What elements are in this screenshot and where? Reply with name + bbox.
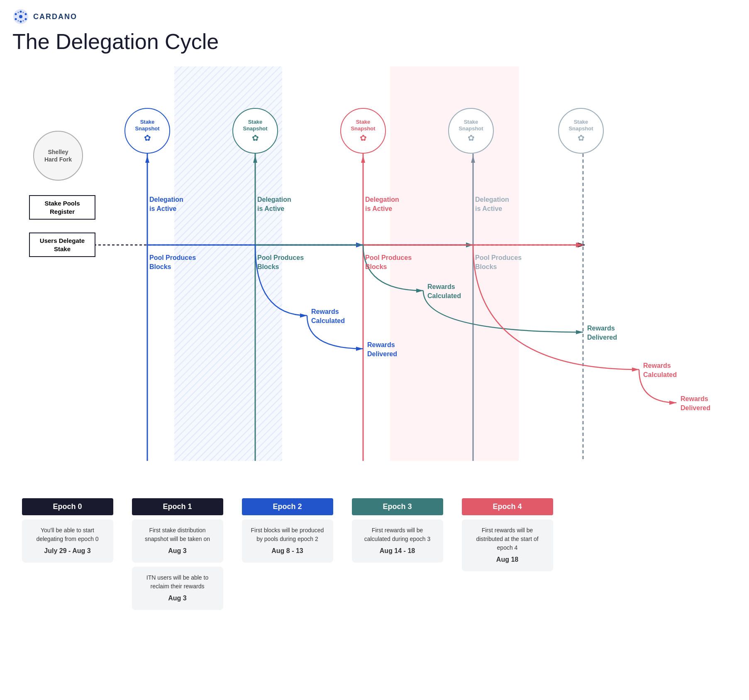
rewards-del-red: RewardsDelivered (681, 394, 710, 413)
svg-marker-19 (253, 156, 257, 163)
epoch4-card: First rewards will be distributed at the… (462, 519, 553, 571)
epoch1-extra-date: Aug 3 (139, 593, 217, 603)
svg-point-1 (19, 15, 22, 18)
svg-marker-36 (576, 330, 583, 334)
svg-marker-35 (416, 289, 423, 293)
epoch3-tag: Epoch 3 (352, 498, 443, 515)
epoch3-date: Aug 14 - 18 (359, 546, 437, 556)
pool-produces-red: Pool ProducesBlocks (365, 253, 412, 272)
svg-point-4 (15, 13, 17, 15)
svg-marker-17 (145, 156, 149, 163)
svg-point-11 (22, 20, 24, 22)
rewards-calc-teal: RewardsCalculated (427, 282, 461, 301)
snapshot1-node: StakeSnapshot ✿ (124, 108, 170, 154)
epoch-section: Epoch 0 You'll be able to start delegati… (12, 498, 734, 610)
epoch2-desc: First blocks will be produced by pools d… (251, 527, 324, 542)
epoch1-date: Aug 3 (139, 546, 217, 556)
rewards-calc-blue: RewardsCalculated (311, 307, 345, 326)
epoch4-tag: Epoch 4 (462, 498, 553, 515)
header: CARDANO The Delegation Cycle (12, 8, 737, 54)
svg-marker-23 (471, 156, 475, 163)
epoch1-tag: Epoch 1 (132, 498, 223, 515)
delegation-active-teal: Delegationis Active (257, 195, 291, 214)
epoch0-tag: Epoch 0 (22, 498, 113, 515)
svg-point-5 (25, 13, 27, 15)
svg-marker-21 (361, 156, 365, 163)
svg-point-2 (20, 11, 22, 13)
epoch4-desc: First rewards will be distributed at the… (476, 527, 538, 551)
snapshot4-node: StakeSnapshot ✿ (448, 108, 494, 154)
svg-point-6 (15, 18, 17, 20)
main-diagram: ShelleyHard Fork StakeSnapshot ✿ StakeSn… (12, 66, 734, 490)
delegation-active-gray: Delegationis Active (475, 195, 509, 214)
delegation-active-blue: Delegationis Active (149, 195, 183, 214)
epoch2-card: First blocks will be produced by pools d… (242, 519, 333, 563)
svg-marker-33 (300, 313, 307, 318)
logo-text: CARDANO (33, 12, 77, 21)
snapshot3-node: StakeSnapshot ✿ (340, 108, 386, 154)
epoch0-col: Epoch 0 You'll be able to start delegati… (12, 498, 122, 610)
epoch0-date: July 29 - Aug 3 (29, 546, 107, 556)
svg-point-3 (20, 21, 22, 23)
rewards-del-blue: RewardsDelivered (367, 340, 397, 359)
epoch1-desc: First stake distribution snapshot will b… (145, 527, 210, 542)
epoch0-desc: You'll be able to start delegating from … (36, 527, 98, 542)
shelley-node: ShelleyHard Fork (33, 131, 83, 181)
users-delegate-box: Users DelegateStake (29, 233, 95, 257)
svg-point-8 (17, 12, 19, 13)
epoch2-date: Aug 8 - 13 (249, 546, 327, 556)
epoch1-extra: ITN users will be able to reclaim their … (146, 574, 208, 590)
svg-point-9 (22, 12, 24, 13)
epoch1-col: Epoch 1 First stake distribution snapsho… (122, 498, 232, 610)
svg-point-10 (17, 20, 19, 22)
delegation-active-red: Delegationis Active (365, 195, 399, 214)
snapshot2-node: StakeSnapshot ✿ (232, 108, 278, 154)
epoch4-date: Aug 18 (468, 555, 547, 565)
snapshot5-node: StakeSnapshot ✿ (558, 108, 604, 154)
epoch2-col: Epoch 2 First blocks will be produced by… (232, 498, 342, 610)
svg-marker-37 (632, 367, 639, 372)
pool-produces-gray: Pool ProducesBlocks (475, 253, 522, 272)
rewards-calc-red: RewardsCalculated (643, 361, 677, 380)
pool-produces-teal: Pool ProducesBlocks (257, 253, 304, 272)
svg-point-7 (25, 18, 27, 20)
epoch3-desc: First rewards will be calculated during … (364, 527, 431, 542)
epoch3-col: Epoch 3 First rewards will be calculated… (342, 498, 452, 610)
epoch4-col: Epoch 4 First rewards will be distribute… (452, 498, 562, 610)
epoch1-card: First stake distribution snapshot will b… (132, 519, 223, 563)
epoch1-extra-card: ITN users will be able to reclaim their … (132, 567, 223, 610)
page-title: The Delegation Cycle (12, 29, 737, 54)
rewards-del-teal: RewardsDelivered (587, 324, 617, 343)
cardano-logo-icon (12, 8, 29, 25)
epoch2-tag: Epoch 2 (242, 498, 333, 515)
epoch0-card: You'll be able to start delegating from … (22, 519, 113, 563)
stake-pools-box: Stake PoolsRegister (29, 195, 95, 220)
svg-marker-38 (669, 401, 676, 405)
epoch3-card: First rewards will be calculated during … (352, 519, 443, 563)
pool-produces-blue: Pool ProducesBlocks (149, 253, 196, 272)
svg-marker-34 (356, 347, 363, 351)
